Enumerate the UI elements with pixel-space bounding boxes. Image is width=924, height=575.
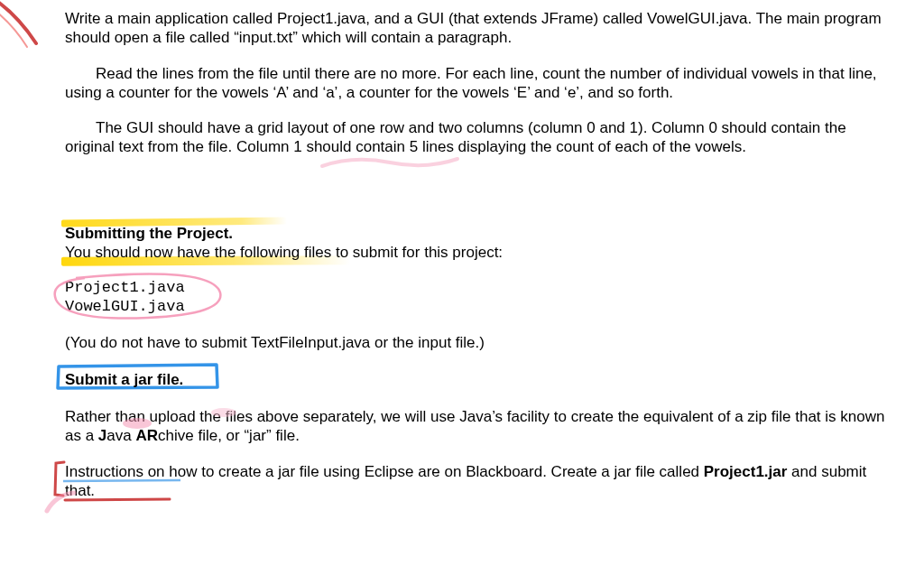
- paragraph-rather-than: Rather than upload the files above separ…: [65, 407, 888, 446]
- heading-submitting-project: Submitting the Project.: [65, 224, 233, 243]
- note-no-submit: (You do not have to submit TextFileInput…: [65, 333, 888, 352]
- file-list: Project1.java VowelGUI.java: [65, 278, 185, 317]
- paragraph-intro-2: Read the lines from the file until there…: [65, 64, 888, 103]
- corner-red-mark: [0, 0, 54, 54]
- paragraph-instructions: Instructions on how to create a jar file…: [65, 462, 888, 501]
- paragraph-intro-3: The GUI should have a grid layout of one…: [65, 118, 888, 157]
- file-1: Project1.java: [65, 278, 185, 297]
- you-should-line: You should now have the following files …: [65, 243, 888, 262]
- heading-submit-jar: Submit a jar file.: [65, 368, 183, 391]
- heading-text: Submitting the Project.: [65, 225, 233, 242]
- paragraph-intro-1: Write a main application called Project1…: [65, 9, 888, 48]
- file-2: VowelGUI.java: [65, 297, 185, 316]
- document-page: Write a main application called Project1…: [0, 0, 924, 509]
